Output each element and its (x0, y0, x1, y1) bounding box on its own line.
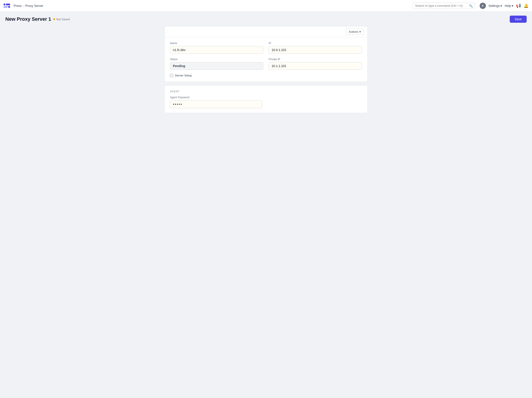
name-label: Name (170, 42, 263, 45)
search-icon: 🔍 (469, 4, 473, 7)
logo-dot (6, 4, 10, 5)
page-header: New Proxy Server 1 Not Saved Save (0, 12, 532, 26)
form-group-status: Status (170, 58, 263, 70)
chevron-down-icon: ▾ (500, 4, 502, 7)
not-saved-label: Not Saved (56, 18, 70, 21)
agent-card: AGENT Agent Password (165, 85, 367, 113)
ip-label: IP (269, 42, 362, 45)
logo-dot (4, 4, 5, 5)
main-content: Actions ▾ Name IP Status (159, 26, 373, 122)
proxy-server-card: Actions ▾ Name IP Status (165, 26, 367, 82)
help-button[interactable]: Help ▾ (505, 4, 513, 7)
status-input (170, 62, 263, 70)
chevron-down-icon: ▾ (512, 4, 513, 7)
topnav: Press › Proxy Server 🔍 A Settings ▾ Help… (0, 0, 532, 12)
form-group-ip: IP (269, 42, 362, 54)
agent-password-input[interactable] (170, 100, 262, 108)
card-body: Name IP Status Private IP (165, 37, 367, 82)
breadcrumb-sep-1: › (23, 4, 24, 7)
name-input[interactable] (170, 46, 263, 54)
server-setup-row: Server Setup (170, 74, 362, 77)
nav-right: A Settings ▾ Help ▾ 📢 🔔 (480, 3, 528, 9)
chevron-down-icon: ▾ (359, 30, 361, 33)
form-group-name: Name (170, 42, 263, 54)
form-group-password: Agent Password (170, 96, 262, 108)
page-title: New Proxy Server 1 (5, 16, 51, 22)
password-label: Agent Password (170, 96, 262, 99)
private-ip-input[interactable] (269, 62, 362, 70)
search-input[interactable] (415, 4, 468, 7)
not-saved-dot (53, 18, 55, 20)
announcements-icon[interactable]: 📢 (516, 3, 521, 8)
status-label: Status (170, 58, 263, 61)
logo-dot (8, 6, 10, 8)
form-row-name-ip: Name IP (170, 42, 362, 54)
breadcrumb: Press › Proxy Server (14, 4, 43, 7)
breadcrumb-press[interactable]: Press (14, 4, 22, 7)
bell-icon[interactable]: 🔔 (524, 3, 528, 8)
server-setup-checkbox[interactable] (170, 74, 173, 77)
logo-dot (4, 6, 7, 8)
save-button[interactable]: Save (510, 16, 527, 23)
form-group-private-ip: Private IP (269, 58, 362, 70)
page-title-area: New Proxy Server 1 Not Saved (5, 16, 70, 22)
server-setup-label[interactable]: Server Setup (175, 74, 192, 77)
app-logo (4, 4, 10, 8)
search-bar[interactable]: 🔍 (413, 3, 475, 9)
settings-button[interactable]: Settings ▾ (488, 4, 502, 7)
private-ip-label: Private IP (269, 58, 362, 61)
avatar[interactable]: A (480, 3, 486, 9)
breadcrumb-proxy-server[interactable]: Proxy Server (25, 4, 43, 7)
ip-input[interactable] (269, 46, 362, 54)
card-actions-bar: Actions ▾ (165, 26, 367, 37)
not-saved-badge: Not Saved (53, 18, 70, 21)
agent-card-body: AGENT Agent Password (165, 86, 367, 113)
form-row-status-privateip: Status Private IP (170, 58, 362, 70)
actions-button[interactable]: Actions ▾ (346, 29, 364, 35)
agent-section-label: AGENT (170, 90, 362, 93)
